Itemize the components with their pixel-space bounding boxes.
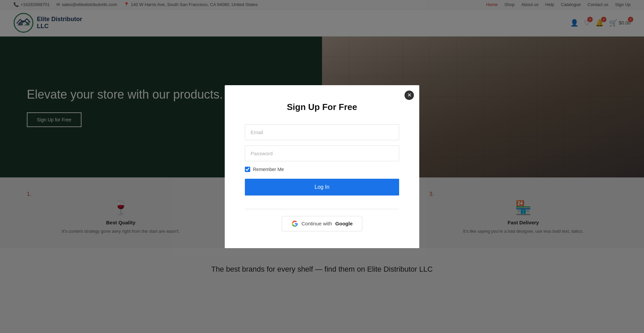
google-icon xyxy=(291,220,298,227)
login-button[interactable]: Log In xyxy=(245,179,399,196)
google-button-prefix: Continue with xyxy=(302,221,332,226)
remember-row: Remember Me xyxy=(245,167,399,172)
remember-checkbox[interactable] xyxy=(245,167,250,172)
modal-divider xyxy=(245,209,399,209)
signup-modal: ✕ Sign Up For Free Remember Me Log In Co… xyxy=(225,85,419,248)
password-input[interactable] xyxy=(245,146,399,161)
email-input[interactable] xyxy=(245,124,399,140)
google-button-brand: Google xyxy=(335,221,353,226)
remember-label: Remember Me xyxy=(253,167,284,172)
modal-title: Sign Up For Free xyxy=(245,102,399,112)
google-signin-button[interactable]: Continue with Google xyxy=(282,216,362,231)
modal-overlay[interactable]: ✕ Sign Up For Free Remember Me Log In Co… xyxy=(0,0,644,290)
modal-close-button[interactable]: ✕ xyxy=(405,91,414,100)
